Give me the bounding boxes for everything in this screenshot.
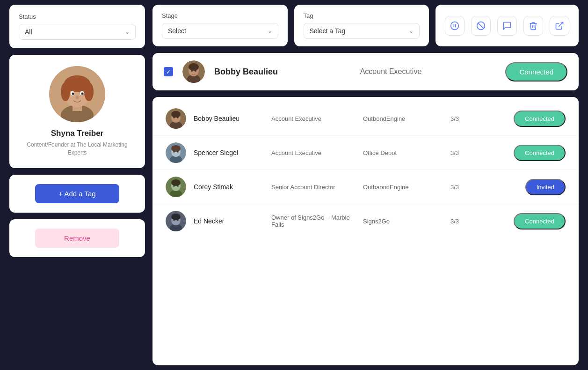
stage-placeholder: Select [168,27,186,35]
checkmark-icon: ✓ [166,68,171,75]
tag-select[interactable]: Select a Tag ⌄ [304,23,420,39]
pause-button[interactable] [445,16,465,36]
svg-point-22 [189,63,199,71]
contact-count: 3/3 [441,149,469,156]
featured-name: Bobby Beaulieu [214,67,326,77]
table-row: Bobby Beaulieu Account Executive Outbond… [152,102,579,136]
svg-point-46 [171,214,181,220]
trash-icon [529,21,538,30]
contact-avatar [166,177,186,197]
featured-role: Account Executive [335,67,446,76]
svg-point-41 [173,185,175,187]
contact-avatar [166,211,186,231]
contact-status-badge[interactable]: Invited [525,179,566,195]
status-label: Status [19,13,136,20]
trash-button[interactable] [523,16,543,36]
contact-company: OutbondEngine [363,115,433,122]
svg-point-47 [173,219,175,221]
svg-point-34 [171,145,181,152]
remove-button[interactable]: Remove [35,229,119,248]
stage-filter-box: Stage Select ⌄ [152,5,288,46]
svg-line-18 [559,22,563,26]
chevron-down-icon: ⌄ [268,28,272,34]
profile-image [49,66,105,122]
profile-title: Content/Founder at The Local Marketing E… [19,141,136,157]
contact-status-wrap: Connected [476,145,566,161]
contact-count: 3/3 [441,184,469,191]
svg-line-17 [478,23,484,29]
featured-status-wrap: Connected [456,62,567,81]
svg-point-23 [191,70,193,72]
ban-icon [476,21,486,30]
svg-point-35 [173,151,175,153]
add-tag-button[interactable]: + Add a Tag [35,184,119,203]
table-row: Corey Stimak Senior Account Director Out… [152,170,579,204]
svg-point-48 [177,219,179,221]
add-tag-card: + Add a Tag [9,175,145,213]
remove-card: Remove [9,219,145,257]
contact-company: OutbaondEngine [363,184,433,191]
bobby-avatar [182,60,205,83]
contact-status-wrap: Connected [476,213,566,229]
svg-point-29 [173,117,175,118]
pause-icon [450,21,459,30]
export-button[interactable] [550,16,569,36]
stage-label: Stage [162,12,278,19]
chevron-down-icon: ⌄ [409,28,414,34]
message-button[interactable] [497,16,517,36]
table-row: Spencer Siegel Account Executive Office … [152,136,579,170]
contact-role: Account Executive [271,115,356,122]
svg-point-40 [171,179,181,186]
contact-count: 3/3 [441,115,469,122]
stage-select[interactable]: Select ⌄ [162,23,278,39]
contact-role: Account Executive [271,149,356,156]
svg-point-10 [72,93,74,95]
svg-point-11 [81,93,84,95]
contacts-table: Bobby Beaulieu Account Executive Outbond… [152,97,579,365]
message-icon [502,21,512,30]
svg-point-28 [171,111,181,118]
contact-name: Ed Necker [194,217,264,225]
contact-count: 3/3 [441,218,469,225]
contact-name: Corey Stimak [194,183,264,191]
contact-company: Signs2Go [363,218,433,225]
svg-point-30 [177,117,179,118]
contact-status-badge[interactable]: Connected [514,111,566,127]
contact-status-wrap: Invited [476,179,566,195]
profile-card: Shyna Treiber Content/Founder at The Loc… [9,55,145,168]
contact-company: Office Depot [363,149,433,156]
tag-placeholder: Select a Tag [310,27,346,35]
left-sidebar: Status All ⌄ [9,5,145,365]
svg-point-36 [177,151,179,153]
export-icon [555,21,564,30]
status-value: All [25,28,32,36]
status-filter-card: Status All ⌄ [9,5,145,48]
tag-label: Tag [304,12,420,19]
table-row: Ed Necker Owner of Signs2Go – Marble Fal… [152,204,579,238]
contact-status-badge[interactable]: Connected [514,213,566,229]
svg-rect-7 [64,82,90,87]
top-filter-row: Stage Select ⌄ Tag Select a Tag ⌄ [152,5,579,46]
contact-status-wrap: Connected [476,111,566,127]
svg-point-12 [76,96,79,99]
featured-checkbox[interactable]: ✓ [164,67,173,76]
contact-name: Bobby Beaulieu [194,115,264,122]
right-content: Stage Select ⌄ Tag Select a Tag ⌄ [152,5,579,365]
contact-role: Owner of Signs2Go – Marble Falls [271,214,356,228]
status-select[interactable]: All ⌄ [19,24,136,40]
featured-contact-row: ✓ Bobby Beaulieu Account Executive Conne… [152,53,579,90]
chevron-down-icon: ⌄ [125,29,130,35]
featured-avatar [182,60,205,83]
contact-avatar [166,142,186,163]
svg-point-13 [451,22,459,30]
actions-box [436,5,579,46]
profile-name: Shyna Treiber [51,129,103,138]
tag-filter-box: Tag Select a Tag ⌄ [294,5,429,46]
featured-status-badge[interactable]: Connected [505,62,567,81]
contact-name: Spencer Siegel [194,149,264,156]
contact-status-badge[interactable]: Connected [514,145,566,161]
contact-avatar [166,108,186,129]
ban-button[interactable] [471,16,491,36]
avatar [49,66,105,122]
svg-point-24 [195,70,196,72]
